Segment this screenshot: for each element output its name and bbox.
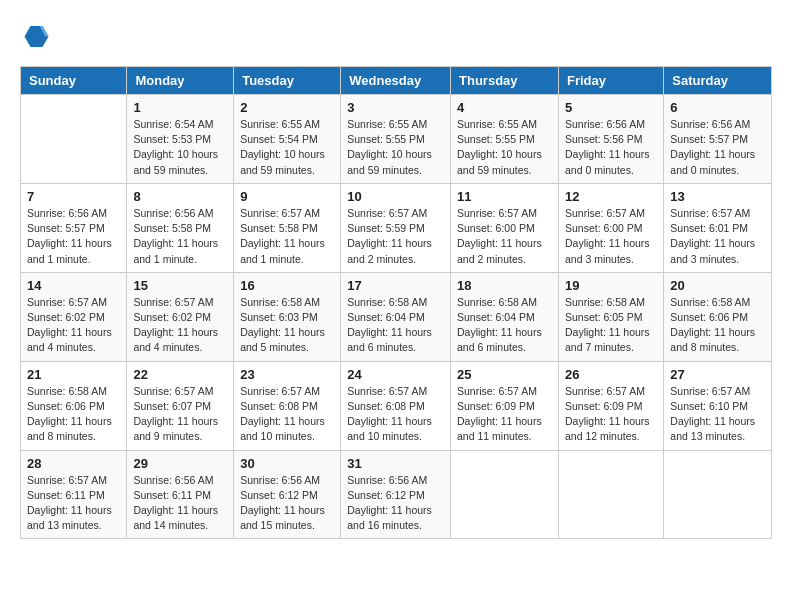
calendar-cell: 2Sunrise: 6:55 AMSunset: 5:54 PMDaylight… <box>234 95 341 184</box>
day-info: Sunrise: 6:56 AMSunset: 5:58 PMDaylight:… <box>133 206 227 267</box>
day-number: 6 <box>670 100 765 115</box>
calendar-cell: 14Sunrise: 6:57 AMSunset: 6:02 PMDayligh… <box>21 272 127 361</box>
calendar-cell: 17Sunrise: 6:58 AMSunset: 6:04 PMDayligh… <box>341 272 451 361</box>
calendar-cell: 8Sunrise: 6:56 AMSunset: 5:58 PMDaylight… <box>127 183 234 272</box>
svg-marker-0 <box>25 26 49 47</box>
day-info: Sunrise: 6:57 AMSunset: 6:02 PMDaylight:… <box>133 295 227 356</box>
day-number: 12 <box>565 189 657 204</box>
day-number: 11 <box>457 189 552 204</box>
day-info: Sunrise: 6:58 AMSunset: 6:06 PMDaylight:… <box>27 384 120 445</box>
calendar-cell <box>664 450 772 539</box>
day-header-sunday: Sunday <box>21 67 127 95</box>
calendar-cell: 19Sunrise: 6:58 AMSunset: 6:05 PMDayligh… <box>558 272 663 361</box>
day-number: 24 <box>347 367 444 382</box>
day-number: 1 <box>133 100 227 115</box>
day-info: Sunrise: 6:57 AMSunset: 6:09 PMDaylight:… <box>565 384 657 445</box>
calendar-cell: 28Sunrise: 6:57 AMSunset: 6:11 PMDayligh… <box>21 450 127 539</box>
calendar-cell: 1Sunrise: 6:54 AMSunset: 5:53 PMDaylight… <box>127 95 234 184</box>
calendar-cell: 31Sunrise: 6:56 AMSunset: 6:12 PMDayligh… <box>341 450 451 539</box>
calendar-cell: 10Sunrise: 6:57 AMSunset: 5:59 PMDayligh… <box>341 183 451 272</box>
calendar-cell: 3Sunrise: 6:55 AMSunset: 5:55 PMDaylight… <box>341 95 451 184</box>
calendar-cell: 7Sunrise: 6:56 AMSunset: 5:57 PMDaylight… <box>21 183 127 272</box>
day-number: 15 <box>133 278 227 293</box>
day-info: Sunrise: 6:57 AMSunset: 6:08 PMDaylight:… <box>240 384 334 445</box>
day-number: 9 <box>240 189 334 204</box>
calendar-week-3: 14Sunrise: 6:57 AMSunset: 6:02 PMDayligh… <box>21 272 772 361</box>
day-number: 27 <box>670 367 765 382</box>
calendar-cell: 9Sunrise: 6:57 AMSunset: 5:58 PMDaylight… <box>234 183 341 272</box>
day-number: 21 <box>27 367 120 382</box>
day-info: Sunrise: 6:57 AMSunset: 6:09 PMDaylight:… <box>457 384 552 445</box>
day-info: Sunrise: 6:57 AMSunset: 6:00 PMDaylight:… <box>565 206 657 267</box>
calendar-cell: 30Sunrise: 6:56 AMSunset: 6:12 PMDayligh… <box>234 450 341 539</box>
calendar-cell: 15Sunrise: 6:57 AMSunset: 6:02 PMDayligh… <box>127 272 234 361</box>
day-info: Sunrise: 6:57 AMSunset: 6:01 PMDaylight:… <box>670 206 765 267</box>
day-info: Sunrise: 6:57 AMSunset: 6:11 PMDaylight:… <box>27 473 120 534</box>
day-number: 17 <box>347 278 444 293</box>
day-number: 23 <box>240 367 334 382</box>
calendar-cell: 5Sunrise: 6:56 AMSunset: 5:56 PMDaylight… <box>558 95 663 184</box>
calendar-cell: 12Sunrise: 6:57 AMSunset: 6:00 PMDayligh… <box>558 183 663 272</box>
day-info: Sunrise: 6:57 AMSunset: 6:00 PMDaylight:… <box>457 206 552 267</box>
day-info: Sunrise: 6:56 AMSunset: 5:57 PMDaylight:… <box>27 206 120 267</box>
day-number: 29 <box>133 456 227 471</box>
day-number: 2 <box>240 100 334 115</box>
calendar-week-1: 1Sunrise: 6:54 AMSunset: 5:53 PMDaylight… <box>21 95 772 184</box>
day-number: 20 <box>670 278 765 293</box>
day-number: 22 <box>133 367 227 382</box>
calendar-cell: 27Sunrise: 6:57 AMSunset: 6:10 PMDayligh… <box>664 361 772 450</box>
day-info: Sunrise: 6:55 AMSunset: 5:55 PMDaylight:… <box>457 117 552 178</box>
calendar-cell: 20Sunrise: 6:58 AMSunset: 6:06 PMDayligh… <box>664 272 772 361</box>
day-info: Sunrise: 6:56 AMSunset: 6:11 PMDaylight:… <box>133 473 227 534</box>
logo <box>20 20 54 50</box>
day-info: Sunrise: 6:57 AMSunset: 6:02 PMDaylight:… <box>27 295 120 356</box>
day-info: Sunrise: 6:56 AMSunset: 5:57 PMDaylight:… <box>670 117 765 178</box>
day-info: Sunrise: 6:56 AMSunset: 6:12 PMDaylight:… <box>240 473 334 534</box>
day-number: 3 <box>347 100 444 115</box>
calendar-cell: 16Sunrise: 6:58 AMSunset: 6:03 PMDayligh… <box>234 272 341 361</box>
calendar-cell: 24Sunrise: 6:57 AMSunset: 6:08 PMDayligh… <box>341 361 451 450</box>
calendar-cell: 21Sunrise: 6:58 AMSunset: 6:06 PMDayligh… <box>21 361 127 450</box>
calendar-cell: 18Sunrise: 6:58 AMSunset: 6:04 PMDayligh… <box>451 272 559 361</box>
day-number: 16 <box>240 278 334 293</box>
calendar-header: SundayMondayTuesdayWednesdayThursdayFrid… <box>21 67 772 95</box>
day-number: 4 <box>457 100 552 115</box>
day-info: Sunrise: 6:57 AMSunset: 6:08 PMDaylight:… <box>347 384 444 445</box>
calendar-cell: 26Sunrise: 6:57 AMSunset: 6:09 PMDayligh… <box>558 361 663 450</box>
calendar-cell: 4Sunrise: 6:55 AMSunset: 5:55 PMDaylight… <box>451 95 559 184</box>
day-info: Sunrise: 6:56 AMSunset: 5:56 PMDaylight:… <box>565 117 657 178</box>
calendar-cell: 13Sunrise: 6:57 AMSunset: 6:01 PMDayligh… <box>664 183 772 272</box>
day-info: Sunrise: 6:55 AMSunset: 5:54 PMDaylight:… <box>240 117 334 178</box>
day-info: Sunrise: 6:57 AMSunset: 6:07 PMDaylight:… <box>133 384 227 445</box>
day-number: 19 <box>565 278 657 293</box>
calendar-cell <box>451 450 559 539</box>
day-number: 10 <box>347 189 444 204</box>
day-number: 5 <box>565 100 657 115</box>
day-number: 13 <box>670 189 765 204</box>
calendar-cell <box>21 95 127 184</box>
calendar-week-2: 7Sunrise: 6:56 AMSunset: 5:57 PMDaylight… <box>21 183 772 272</box>
day-number: 30 <box>240 456 334 471</box>
day-header-thursday: Thursday <box>451 67 559 95</box>
day-info: Sunrise: 6:57 AMSunset: 5:59 PMDaylight:… <box>347 206 444 267</box>
day-header-friday: Friday <box>558 67 663 95</box>
day-header-wednesday: Wednesday <box>341 67 451 95</box>
day-info: Sunrise: 6:58 AMSunset: 6:04 PMDaylight:… <box>347 295 444 356</box>
day-info: Sunrise: 6:58 AMSunset: 6:04 PMDaylight:… <box>457 295 552 356</box>
day-number: 31 <box>347 456 444 471</box>
day-info: Sunrise: 6:58 AMSunset: 6:05 PMDaylight:… <box>565 295 657 356</box>
logo-icon <box>20 20 50 50</box>
day-info: Sunrise: 6:57 AMSunset: 6:10 PMDaylight:… <box>670 384 765 445</box>
day-info: Sunrise: 6:58 AMSunset: 6:03 PMDaylight:… <box>240 295 334 356</box>
header <box>20 20 772 50</box>
calendar-table: SundayMondayTuesdayWednesdayThursdayFrid… <box>20 66 772 539</box>
day-info: Sunrise: 6:58 AMSunset: 6:06 PMDaylight:… <box>670 295 765 356</box>
day-number: 25 <box>457 367 552 382</box>
calendar-week-5: 28Sunrise: 6:57 AMSunset: 6:11 PMDayligh… <box>21 450 772 539</box>
calendar-cell: 6Sunrise: 6:56 AMSunset: 5:57 PMDaylight… <box>664 95 772 184</box>
calendar-cell: 11Sunrise: 6:57 AMSunset: 6:00 PMDayligh… <box>451 183 559 272</box>
calendar-cell: 29Sunrise: 6:56 AMSunset: 6:11 PMDayligh… <box>127 450 234 539</box>
day-info: Sunrise: 6:55 AMSunset: 5:55 PMDaylight:… <box>347 117 444 178</box>
day-info: Sunrise: 6:57 AMSunset: 5:58 PMDaylight:… <box>240 206 334 267</box>
day-number: 14 <box>27 278 120 293</box>
